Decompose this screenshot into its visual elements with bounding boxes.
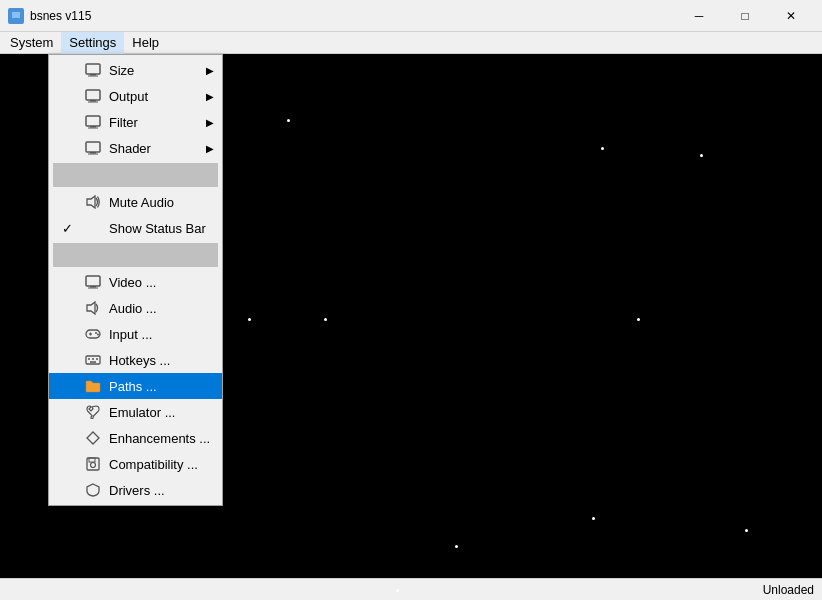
menu-system[interactable]: System [2, 32, 61, 54]
separator-1 [53, 163, 218, 187]
maximize-button[interactable]: □ [722, 0, 768, 32]
menu-entry-size[interactable]: Size ▶ [49, 57, 222, 83]
svg-rect-12 [90, 152, 96, 154]
separator-2 [53, 243, 218, 267]
menu-bar: System Settings Help [0, 32, 822, 54]
diamond-icon [83, 428, 103, 448]
svg-marker-29 [87, 432, 99, 444]
svg-rect-17 [88, 288, 98, 289]
disk-icon [83, 454, 103, 474]
title-bar: bsnes v115 ─ □ ✕ [0, 0, 822, 32]
gamepad-icon [83, 324, 103, 344]
status-text: Unloaded [763, 583, 814, 597]
menu-entry-video[interactable]: Video ... [49, 269, 222, 295]
shield-icon [83, 480, 103, 500]
menu-entry-audio[interactable]: Audio ... [49, 295, 222, 321]
star [248, 318, 251, 321]
menu-entry-compatibility[interactable]: Compatibility ... [49, 451, 222, 477]
window-title: bsnes v115 [30, 9, 676, 23]
main-content: Size ▶ Output ▶ Filter ▶ S [0, 54, 822, 578]
menu-entry-output[interactable]: Output ▶ [49, 83, 222, 109]
star [396, 589, 399, 592]
monitor-icon-2 [83, 86, 103, 106]
menu-help[interactable]: Help [124, 32, 167, 54]
keyboard-icon [83, 350, 103, 370]
svg-rect-10 [88, 128, 98, 129]
star [745, 529, 748, 532]
menu-entry-hotkeys[interactable]: Hotkeys ... [49, 347, 222, 373]
svg-point-23 [97, 334, 99, 336]
monitor-icon-3 [83, 112, 103, 132]
svg-rect-9 [90, 126, 96, 128]
app-icon [8, 8, 24, 24]
speaker-icon-2 [83, 298, 103, 318]
svg-rect-11 [86, 142, 100, 152]
svg-marker-14 [87, 196, 95, 208]
menu-entry-input[interactable]: Input ... [49, 321, 222, 347]
star [287, 119, 290, 122]
folder-icon [83, 376, 103, 396]
menu-entry-show-status-bar[interactable]: ✓ Show Status Bar [49, 215, 222, 241]
speaker-icon [83, 192, 103, 212]
menu-entry-mute-audio[interactable]: Mute Audio [49, 189, 222, 215]
svg-rect-7 [88, 102, 98, 103]
monitor-icon-5 [83, 272, 103, 292]
settings-dropdown: Size ▶ Output ▶ Filter ▶ S [48, 54, 223, 506]
svg-rect-5 [86, 90, 100, 100]
star [592, 517, 595, 520]
menu-settings[interactable]: Settings [61, 32, 124, 54]
star [601, 147, 604, 150]
star [455, 545, 458, 548]
wrench-icon [83, 402, 103, 422]
monitor-icon-4 [83, 138, 103, 158]
svg-rect-8 [86, 116, 100, 126]
menu-entry-drivers[interactable]: Drivers ... [49, 477, 222, 503]
svg-rect-15 [86, 276, 100, 286]
star [700, 154, 703, 157]
menu-entry-emulator[interactable]: Emulator ... [49, 399, 222, 425]
minimize-button[interactable]: ─ [676, 0, 722, 32]
star [324, 318, 327, 321]
menu-entry-paths[interactable]: Paths ... [49, 373, 222, 399]
svg-rect-1 [12, 12, 20, 18]
svg-point-22 [95, 332, 97, 334]
star [637, 318, 640, 321]
status-bar: Unloaded [0, 578, 822, 600]
svg-rect-13 [88, 154, 98, 155]
menu-entry-shader[interactable]: Shader ▶ [49, 135, 222, 161]
window-controls: ─ □ ✕ [676, 0, 814, 32]
svg-rect-3 [90, 74, 96, 76]
svg-marker-18 [87, 302, 95, 314]
svg-rect-4 [88, 76, 98, 77]
svg-rect-2 [86, 64, 100, 74]
svg-rect-16 [90, 286, 96, 288]
svg-point-32 [91, 463, 96, 468]
close-button[interactable]: ✕ [768, 0, 814, 32]
menu-entry-enhancements[interactable]: Enhancements ... [49, 425, 222, 451]
monitor-icon [83, 60, 103, 80]
svg-rect-6 [90, 100, 96, 102]
menu-entry-filter[interactable]: Filter ▶ [49, 109, 222, 135]
